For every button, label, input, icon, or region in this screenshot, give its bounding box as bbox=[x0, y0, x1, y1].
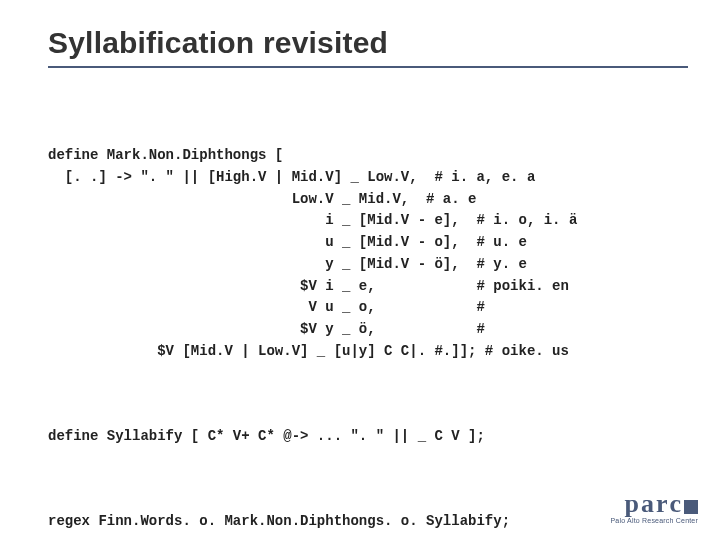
parc-square-icon bbox=[684, 500, 698, 514]
slide: Syllabification revisited define Mark.No… bbox=[0, 0, 720, 540]
parc-letter-p: p bbox=[624, 491, 638, 517]
code-block-1: define Mark.Non.Diphthongs [ [. .] -> ".… bbox=[48, 145, 680, 362]
parc-letter-c: c bbox=[669, 491, 681, 517]
code-block-3: regex Finn.Words. o. Mark.Non.Diphthongs… bbox=[48, 511, 680, 533]
parc-letter-r: r bbox=[656, 491, 668, 517]
code-area: define Mark.Non.Diphthongs [ [. .] -> ".… bbox=[48, 102, 680, 540]
code-block-2: define Syllabify [ C* V+ C* @-> ... ". "… bbox=[48, 426, 680, 448]
title-underline bbox=[48, 66, 688, 68]
parc-subtitle: Palo Alto Research Center bbox=[611, 517, 699, 524]
slide-title: Syllabification revisited bbox=[48, 26, 680, 60]
parc-wordmark: p a r c bbox=[611, 491, 699, 517]
parc-letter-a: a bbox=[641, 491, 654, 517]
parc-logo: p a r c Palo Alto Research Center bbox=[611, 491, 699, 524]
